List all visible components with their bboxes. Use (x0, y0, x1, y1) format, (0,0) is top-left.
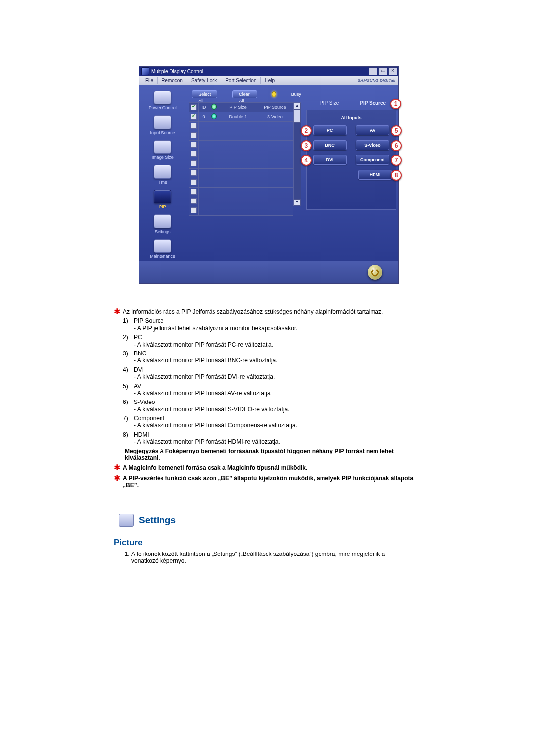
cell-pip-source (257, 169, 293, 178)
image-size-icon (154, 140, 171, 154)
settings-heading-text: Settings (139, 515, 176, 526)
sidebar-item-label: Image Size (152, 155, 174, 160)
sidebar-item-image-size[interactable]: Image Size (143, 140, 182, 160)
clear-all-button[interactable]: Clear All (232, 90, 257, 98)
sidebar-item-settings[interactable]: Settings (143, 214, 182, 234)
row-checkbox[interactable] (191, 170, 197, 176)
list-desc: - A PIP jelforrást lehet szabályozni a m… (123, 325, 421, 332)
cell-status (209, 131, 219, 141)
cell-pip-size (219, 131, 257, 141)
menu-file[interactable]: File (141, 78, 157, 83)
list-desc: - A kiválasztott monitor PIP forrását BN… (123, 357, 421, 364)
table-row[interactable] (189, 141, 293, 150)
power-orb-icon[interactable]: ⏻ (368, 265, 382, 280)
display-grid: ID PIP Size PIP Source 0Double 1S-Video … (189, 102, 301, 206)
scroll-down-button[interactable]: ▼ (294, 199, 301, 206)
table-row[interactable] (189, 169, 293, 178)
callout-3: 3 (301, 140, 312, 151)
close-button[interactable]: × (388, 67, 397, 75)
list-item: 4)DVI- A kiválasztott monitor PIP forrás… (123, 366, 421, 381)
pip-size-heading: PIP Size (308, 101, 351, 106)
header-checkbox[interactable] (191, 104, 197, 110)
row-checkbox[interactable] (191, 142, 197, 148)
settings-section-icon (119, 514, 134, 527)
list-item: 3)BNC- A kiválasztott monitor PIP forrás… (123, 350, 421, 364)
sidebar-item-label: Maintenance (150, 254, 175, 259)
row-checkbox[interactable] (191, 151, 197, 157)
sidebar-item-power-control[interactable]: Power Control (143, 91, 182, 110)
menu-help[interactable]: Help (261, 78, 279, 83)
row-checkbox[interactable] (191, 114, 197, 120)
callout-7: 7 (391, 155, 402, 166)
cell-pip-source (257, 150, 293, 159)
page: Multiple Display Control _ ▭ × File Remo… (84, 0, 451, 595)
cell-pip-source (257, 159, 293, 169)
row-checkbox[interactable] (191, 198, 197, 204)
maximize-button[interactable]: ▭ (378, 67, 387, 75)
cell-pip-source (257, 141, 293, 150)
list-number: 6) (123, 399, 134, 405)
table-row[interactable] (189, 206, 293, 216)
list-title: HDMI (134, 431, 149, 438)
cell-pip-size (219, 178, 257, 188)
picture-step-1: A fo ikonok között kattintson a „Setting… (131, 551, 414, 564)
cell-status (209, 197, 219, 206)
table-row[interactable] (189, 150, 293, 159)
scroll-up-button[interactable]: ▲ (294, 103, 301, 110)
table-row[interactable] (189, 197, 293, 206)
table-row[interactable]: 0Double 1S-Video (189, 112, 293, 122)
row-checkbox[interactable] (191, 179, 197, 185)
maintenance-icon (154, 239, 171, 253)
star-icon: ✱ (114, 464, 122, 471)
list-desc: - A kiválasztott monitor PIP forrását Co… (123, 422, 421, 429)
settings-icon (154, 214, 171, 228)
cell-status (209, 178, 219, 188)
sidebar-item-input-source[interactable]: Input Source (143, 115, 182, 135)
sidebar-item-label: PIP (159, 204, 166, 209)
select-all-button[interactable]: Select All (192, 90, 217, 98)
row-checkbox[interactable] (191, 189, 197, 195)
table-row[interactable] (189, 159, 293, 169)
pip-source-pc-button[interactable]: PC (313, 125, 347, 135)
list-title: S-Video (134, 399, 155, 405)
menu-port-selection[interactable]: Port Selection (221, 78, 260, 83)
cell-pip-size (219, 188, 257, 197)
cell-id (199, 169, 209, 178)
table-header-row: ID PIP Size PIP Source (189, 103, 293, 112)
cell-pip-size (219, 197, 257, 206)
list-title: AV (134, 383, 141, 390)
cell-status (209, 141, 219, 150)
pip-source-dvi-button[interactable]: DVI (313, 155, 347, 165)
pip-source-component-button[interactable]: Component (356, 155, 389, 165)
table-row[interactable] (189, 178, 293, 188)
col-pip-size: PIP Size (219, 103, 257, 112)
cell-pip-size (219, 150, 257, 159)
pip-source-panel: All Inputs 2 PC AV 5 3 BNC S-Video 6 (306, 110, 396, 210)
list-title: PC (134, 334, 142, 341)
pip-source-hdmi-button[interactable]: HDMI (358, 170, 392, 180)
menu-safety-lock[interactable]: Safety Lock (187, 78, 221, 83)
menu-remocon[interactable]: Remocon (158, 78, 187, 83)
sidebar-item-pip[interactable]: PIP (143, 190, 182, 209)
pip-source-av-button[interactable]: AV (356, 125, 389, 135)
pip-source-bnc-button[interactable]: BNC (313, 140, 347, 150)
list-title: DVI (134, 366, 144, 373)
table-row[interactable] (189, 122, 293, 131)
sidebar-item-maintenance[interactable]: Maintenance (143, 239, 182, 259)
pip-source-svideo-button[interactable]: S-Video (356, 140, 389, 150)
row-checkbox[interactable] (191, 160, 197, 166)
row-checkbox[interactable] (191, 123, 197, 129)
grid-scrollbar[interactable]: ▲ ▼ (293, 102, 301, 206)
cell-pip-size (219, 141, 257, 150)
row-checkbox[interactable] (191, 207, 197, 213)
cell-pip-source (257, 131, 293, 141)
sidebar-item-time[interactable]: Time (143, 165, 182, 185)
scroll-thumb[interactable] (294, 110, 301, 123)
table-row[interactable] (189, 188, 293, 197)
table-row[interactable] (189, 131, 293, 141)
panel-title: All Inputs (311, 115, 392, 120)
cell-id (199, 197, 209, 206)
cell-status (209, 169, 219, 178)
minimize-button[interactable]: _ (369, 67, 377, 75)
row-checkbox[interactable] (191, 132, 197, 138)
